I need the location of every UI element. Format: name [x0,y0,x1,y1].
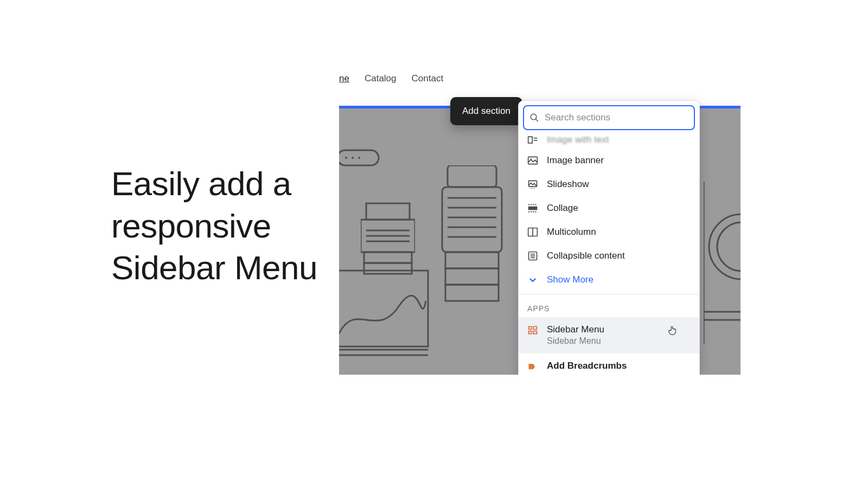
svg-point-1 [345,157,347,159]
editor-screenshot: ne Catalog Contact [339,73,741,375]
app-icon [527,325,538,336]
app-icon [527,361,538,372]
divider [519,294,699,294]
storefront-nav: ne Catalog Contact [339,73,741,95]
nav-item-home-partial[interactable]: ne [339,73,349,95]
svg-rect-39 [533,331,537,334]
search-input[interactable] [545,112,688,123]
section-label: Multicolumn [547,227,596,237]
section-row-image-with-text[interactable]: Image with text [519,134,699,149]
svg-line-17 [535,119,538,121]
svg-point-3 [358,157,360,159]
svg-rect-36 [529,326,532,329]
promo-headline: Easily add a responsive Sidebar Menu [111,163,328,289]
image-with-text-icon [527,134,538,145]
svg-rect-10 [445,252,499,268]
promo-headline-block: Easily add a responsive Sidebar Menu [111,163,328,289]
nav-item-catalog[interactable]: Catalog [365,73,397,95]
section-list: Image with text Image banner Slideshow C… [519,134,699,375]
section-row-slideshow[interactable]: Slideshow [519,172,699,196]
svg-point-24 [531,188,532,189]
section-picker-panel: Image with text Image banner Slideshow C… [518,100,700,375]
svg-point-15 [717,222,741,271]
svg-rect-12 [445,285,499,301]
section-row-multicolumn[interactable]: Multicolumn [519,220,699,244]
svg-point-26 [534,188,535,189]
collapsible-icon [527,251,538,261]
svg-rect-9 [442,187,502,252]
svg-rect-8 [448,165,496,187]
app-name: Add Breadcrumbs [547,360,627,372]
app-subtext: Sidebar Menu [547,336,604,347]
nav-item-contact[interactable]: Contact [412,73,444,95]
svg-rect-18 [528,137,533,143]
chevron-down-icon [527,274,538,285]
pointer-cursor-icon [667,325,679,337]
section-row-collapsible-content[interactable]: Collapsible content [519,244,699,268]
sketch-strap-icon [339,149,380,176]
svg-point-14 [709,214,741,279]
svg-point-25 [532,188,533,189]
section-row-collage[interactable]: Collage [519,196,699,220]
svg-rect-13 [339,271,428,346]
section-label: Slideshow [547,179,589,190]
slideshow-icon [527,179,538,190]
svg-point-16 [531,114,537,120]
svg-rect-11 [445,268,499,285]
app-row-sidebar-menu[interactable]: Sidebar Menu Sidebar Menu [519,317,699,354]
sketch-map-icon [339,268,431,361]
app-row-add-breadcrumbs[interactable]: Add Breadcrumbs [519,354,699,375]
svg-rect-38 [533,326,537,329]
sketch-camera-icon [704,182,741,344]
collage-icon [527,203,538,214]
section-label: Collage [547,203,578,214]
svg-rect-4 [366,203,410,220]
svg-rect-37 [529,331,532,334]
section-row-image-banner[interactable]: Image banner [519,149,699,172]
show-more-label: Show More [547,274,593,285]
app-name: Sidebar Menu [547,324,604,336]
section-label: Image banner [547,155,604,166]
search-sections-field[interactable] [523,105,695,130]
section-label: Image with text [547,134,609,145]
svg-rect-28 [528,207,538,210]
svg-point-2 [352,157,354,159]
sketch-large-lens-icon [437,165,507,350]
svg-rect-6 [364,252,412,263]
apps-group-label: APPS [519,297,699,317]
add-section-button[interactable]: Add section [450,97,522,125]
search-icon [529,113,539,123]
image-banner-icon [527,155,538,166]
svg-point-22 [530,158,532,160]
section-label: Collapsible content [547,251,625,261]
multicolumn-icon [527,227,538,237]
add-section-label: Add section [462,106,510,116]
show-more-button[interactable]: Show More [519,268,699,292]
